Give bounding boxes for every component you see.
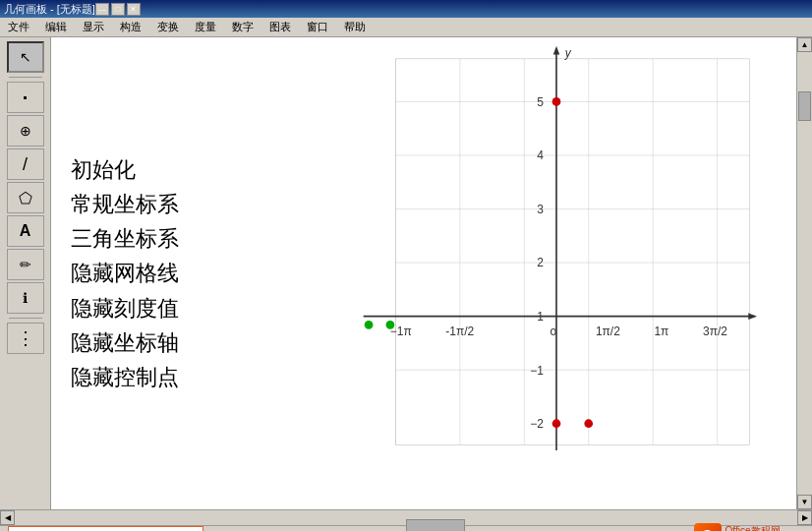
tool-separator-1 [9,77,42,78]
watermark: 几何画板官网www.jihehuaban.com.cn [8,526,203,531]
control-point-bottom2[interactable] [584,419,593,428]
left-panel: 初始化 常规坐标系 三角坐标系 隐藏网格线 隐藏刻度值 隐藏坐标轴 隐藏控制点 [51,37,317,509]
graph-area[interactable]: y 5 4 3 2 1 −1 −2 −1π -1π/2 o 1π/2 1π 3π… [317,37,796,509]
y-label-2: 2 [537,256,544,269]
scroll-left-button[interactable]: ◀ [0,510,15,525]
y-label-neg1: −1 [530,364,544,378]
compass-tool[interactable]: ⊕ [7,115,44,147]
menu-transform[interactable]: 变换 [153,18,183,36]
window-controls: — □ ✕ [95,3,141,16]
graph-svg: y 5 4 3 2 1 −1 −2 −1π -1π/2 o 1π/2 1π 3π… [317,37,796,509]
minimize-button[interactable]: — [95,3,109,16]
more-tool[interactable]: ⋮ [7,323,44,354]
menu-option-hide-scale[interactable]: 隐藏刻度值 [71,291,297,325]
marker-tool[interactable]: ✏ [7,249,44,280]
svg-marker-14 [553,46,560,55]
scroll-track-vertical[interactable] [797,52,812,495]
menu-graph[interactable]: 图表 [265,18,295,36]
svg-rect-12 [395,59,749,445]
scroll-up-button[interactable]: ▲ [797,37,812,52]
maximize-button[interactable]: □ [111,3,125,16]
y-label-neg2: −2 [530,417,544,431]
menu-measure[interactable]: 度量 [191,18,220,36]
horizontal-scrollbar-row: ◀ ▶ [0,509,812,525]
x-label-o: o [550,324,556,338]
point-tool[interactable]: · [7,82,44,113]
line-tool[interactable]: / [7,148,44,180]
y-label-3: 3 [537,203,544,216]
svg-marker-16 [748,313,757,320]
menu-option-hide-axis[interactable]: 隐藏坐标轴 [71,325,297,360]
y-label-4: 4 [537,148,544,162]
y-label-1: 1 [537,310,544,324]
menu-option-regular[interactable]: 常规坐标系 [71,187,297,221]
app-title: 几何画板 - [无标题] [4,2,95,17]
menu-option-hide-ctrl[interactable]: 隐藏控制点 [71,360,297,394]
office-text: Office教程网 www.office26.com [725,524,804,531]
menu-edit[interactable]: 编辑 [41,18,71,36]
scroll-thumb-vertical[interactable] [798,91,811,121]
menu-display[interactable]: 显示 [79,18,108,36]
polygon-tool[interactable]: ⬠ [7,182,44,213]
x-label-neg-half-pi: -1π/2 [445,324,474,338]
info-tool[interactable]: ℹ [7,282,44,314]
menu-help[interactable]: 帮助 [340,18,370,36]
close-button[interactable]: ✕ [127,3,141,16]
left-toolbar: ↖ · ⊕ / ⬠ A ✏ ℹ ⋮ [0,37,51,509]
control-point-top[interactable] [552,97,561,106]
menu-number[interactable]: 数字 [228,18,258,36]
menu-option-hide-grid[interactable]: 隐藏网格线 [71,256,297,290]
text-tool[interactable]: A [7,215,44,247]
x-label-3half-pi: 3π/2 [703,324,727,338]
control-point-left1[interactable] [365,321,374,329]
menu-option-init[interactable]: 初始化 [71,152,297,187]
select-tool[interactable]: ↖ [7,41,44,73]
y-axis-label: y [564,46,572,60]
office-label: Office教程网 [725,524,804,531]
horizontal-scrollbar: ◀ ▶ [0,510,812,525]
control-point-bottom1[interactable] [552,419,561,428]
control-point-left2[interactable] [386,321,395,329]
y-label-5: 5 [537,95,544,109]
content-area: 初始化 常规坐标系 三角坐标系 隐藏网格线 隐藏刻度值 隐藏坐标轴 隐藏控制点 [51,37,812,509]
menu-option-trig[interactable]: 三角坐标系 [71,221,297,256]
menu-file[interactable]: 文件 [4,18,33,36]
title-bar: 几何画板 - [无标题] — □ ✕ [0,0,812,18]
menu-bar: 文件 编辑 显示 构造 变换 度量 数字 图表 窗口 帮助 [0,18,812,37]
office-icon: O [694,523,722,532]
scroll-thumb-horizontal[interactable] [406,519,465,532]
x-label-half-pi: 1π/2 [596,324,620,338]
main-layout: ↖ · ⊕ / ⬠ A ✏ ℹ ⋮ 初始化 常规坐标系 三角坐标系 隐藏网格线 … [0,37,812,509]
menu-window[interactable]: 窗口 [303,18,332,36]
vertical-scrollbar: ▲ ▼ [796,37,812,509]
menu-construct[interactable]: 构造 [116,18,145,36]
office-logo-area: O Office教程网 www.office26.com [694,523,804,532]
tool-separator-2 [9,318,42,319]
scroll-down-button[interactable]: ▼ [797,495,812,509]
x-label-1pi: 1π [654,324,668,338]
